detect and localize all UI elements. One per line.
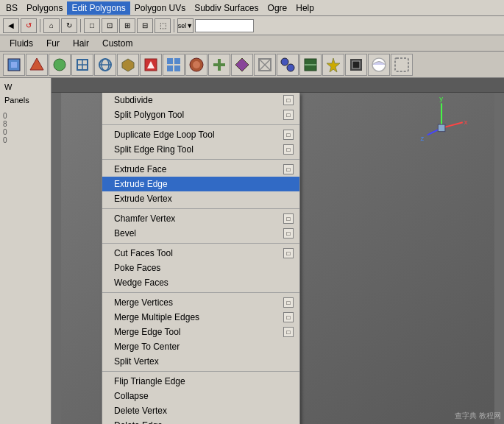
menu-split-icon: □ — [283, 110, 294, 120]
svg-rect-20 — [218, 59, 221, 71]
menu-split-polygon-tool[interactable]: Split Polygon Tool □ — [102, 107, 299, 122]
menu-cut-faces-tool[interactable]: Cut Faces Tool □ — [102, 246, 299, 261]
menu-bevel-icon: □ — [283, 228, 294, 239]
menu-chamfer-icon: □ — [283, 213, 294, 224]
svg-rect-15 — [167, 66, 173, 71]
svg-rect-53 — [438, 124, 445, 132]
left-panel-num4: 0 — [3, 136, 48, 144]
toolbar-sep3 — [174, 19, 174, 32]
icon-btn-1[interactable] — [26, 54, 48, 76]
menu-dup-edge-loop[interactable]: Duplicate Edge Loop Tool □ — [102, 127, 299, 142]
toolbar-btn6[interactable]: ⊟ — [137, 18, 153, 33]
menu-extrude-edge[interactable]: Extrude Edge — [102, 177, 299, 191]
icon-btn-4[interactable] — [94, 54, 116, 76]
tab-custom[interactable]: Custom — [96, 36, 139, 51]
menu-merge-edge-tool[interactable]: Merge Edge Tool □ — [102, 325, 299, 339]
icon-toolbar — [0, 52, 504, 78]
dropdown-menu: Subdivide □ Split Polygon Tool □ Duplica… — [102, 93, 300, 424]
svg-rect-16 — [174, 66, 180, 71]
icon-btn-16[interactable] — [368, 54, 390, 76]
menu-wedge-faces[interactable]: Wedge Faces — [102, 275, 299, 290]
icon-btn-9[interactable] — [208, 54, 230, 76]
svg-marker-10 — [122, 59, 134, 71]
toolbar-undo-btn[interactable]: ↺ — [21, 18, 37, 33]
svg-rect-14 — [174, 58, 180, 64]
toolbar-btn3[interactable]: □ — [84, 18, 100, 33]
svg-point-3 — [54, 59, 65, 71]
toolbar-search-input[interactable] — [195, 19, 254, 32]
menu-delete-vertex[interactable]: Delete Vertex — [102, 403, 299, 418]
icon-btn-0[interactable] — [3, 54, 25, 76]
tab-fluids[interactable]: Fluids — [3, 36, 40, 51]
left-panel-num1: 0 — [3, 112, 48, 120]
svg-rect-13 — [167, 58, 173, 64]
menu-delete-edge[interactable]: Delete Edge — [102, 418, 299, 424]
menu-subdivide[interactable]: Subdivide □ — [102, 93, 299, 107]
menu-subdiv-surfaces[interactable]: Subdiv Surfaces — [190, 1, 263, 15]
icon-btn-14[interactable] — [322, 54, 344, 76]
menu-merge-multiple-edges[interactable]: Merge Multiple Edges □ — [102, 310, 299, 325]
left-panel-num3: 0 — [3, 128, 48, 136]
left-panel-w[interactable]: W — [1, 81, 49, 93]
tab-hair[interactable]: Hair — [66, 36, 96, 51]
svg-point-18 — [193, 61, 200, 68]
icon-btn-17[interactable] — [391, 54, 413, 76]
menu-collapse[interactable]: Collapse — [102, 389, 299, 403]
menu-ogre[interactable]: Ogre — [263, 1, 292, 15]
icon-btn-15[interactable] — [345, 54, 367, 76]
toolbar1: ◀ ↺ ⌂ ↻ □ ⊡ ⊞ ⊟ ⬚ sel▼ — [0, 16, 504, 35]
menu-split-edge-ring[interactable]: Split Edge Ring Tool □ — [102, 142, 299, 157]
toolbar-sep2 — [80, 19, 81, 32]
svg-text:y: y — [439, 94, 443, 102]
menu-bevel[interactable]: Bevel □ — [102, 226, 299, 241]
menu-subdivide-icon: □ — [283, 95, 294, 105]
menu-split-vertex[interactable]: Split Vertex — [102, 354, 299, 369]
toolbar-btn8[interactable]: sel▼ — [177, 18, 194, 33]
viewport[interactable]: x y z Subdivide □ Split Polygon Tool □ — [52, 78, 504, 424]
icon-btn-12[interactable] — [277, 54, 299, 76]
menu-extrude-vertex[interactable]: Extrude Vertex — [102, 191, 299, 206]
menu-polygon-uvs[interactable]: Polygon UVs — [130, 1, 190, 15]
menu-merge-vertices[interactable]: Merge Vertices □ — [102, 295, 299, 310]
icon-btn-2[interactable] — [49, 54, 71, 76]
menu-extrude-face-icon: □ — [283, 164, 294, 174]
viewport-topbar — [52, 78, 504, 93]
menu-help[interactable]: Help — [291, 1, 319, 15]
menu-merge-mult-icon: □ — [283, 312, 294, 322]
icon-btn-6[interactable] — [140, 54, 162, 76]
toolbar-back-btn[interactable]: ◀ — [3, 18, 19, 33]
icon-btn-7[interactable] — [163, 54, 185, 76]
icon-btn-10[interactable] — [231, 54, 253, 76]
menu-chamfer-vertex[interactable]: Chamfer Vertex □ — [102, 211, 299, 226]
icon-btn-11[interactable] — [254, 54, 276, 76]
left-panel-num2: 8 — [3, 120, 48, 128]
menu-flip-triangle-edge[interactable]: Flip Triangle Edge — [102, 374, 299, 389]
left-panel-panels[interactable]: Panels — [1, 94, 49, 106]
tab-fur[interactable]: Fur — [40, 36, 66, 51]
svg-rect-31 — [352, 61, 360, 68]
sep4 — [102, 243, 299, 244]
icon-btn-3[interactable] — [71, 54, 93, 76]
svg-text:z: z — [420, 134, 424, 142]
toolbar-btn7[interactable]: ⬚ — [155, 18, 171, 33]
menu-merge-to-center[interactable]: Merge To Center — [102, 339, 299, 354]
icon-btn-13[interactable] — [299, 54, 322, 76]
tabbar: Fluids Fur Hair Custom — [0, 35, 504, 52]
menu-split-edge-ring-icon: □ — [283, 144, 294, 155]
watermark: 查字典 教程网 — [455, 411, 501, 421]
menu-polygons[interactable]: Polygons — [22, 1, 67, 15]
menu-bs[interactable]: BS — [1, 1, 22, 15]
icon-btn-5[interactable] — [117, 54, 139, 76]
toolbar-refresh-btn[interactable]: ↻ — [61, 18, 77, 33]
menu-edit-polygons[interactable]: Edit Polygons — [67, 1, 129, 15]
main-area: W Panels 0 8 0 0 — [0, 78, 504, 424]
toolbar-btn4[interactable]: ⊡ — [102, 18, 118, 33]
toolbar-home-btn[interactable]: ⌂ — [43, 18, 60, 33]
menu-extrude-face[interactable]: Extrude Face □ — [102, 162, 299, 177]
menu-dup-edge-icon: □ — [283, 130, 294, 140]
menu-poke-faces[interactable]: Poke Faces — [102, 261, 299, 275]
menubar: BS Polygons Edit Polygons Polygon UVs Su… — [0, 0, 504, 16]
toolbar-btn5[interactable]: ⊞ — [119, 18, 135, 33]
sep1 — [102, 124, 299, 125]
icon-btn-8[interactable] — [185, 54, 207, 76]
